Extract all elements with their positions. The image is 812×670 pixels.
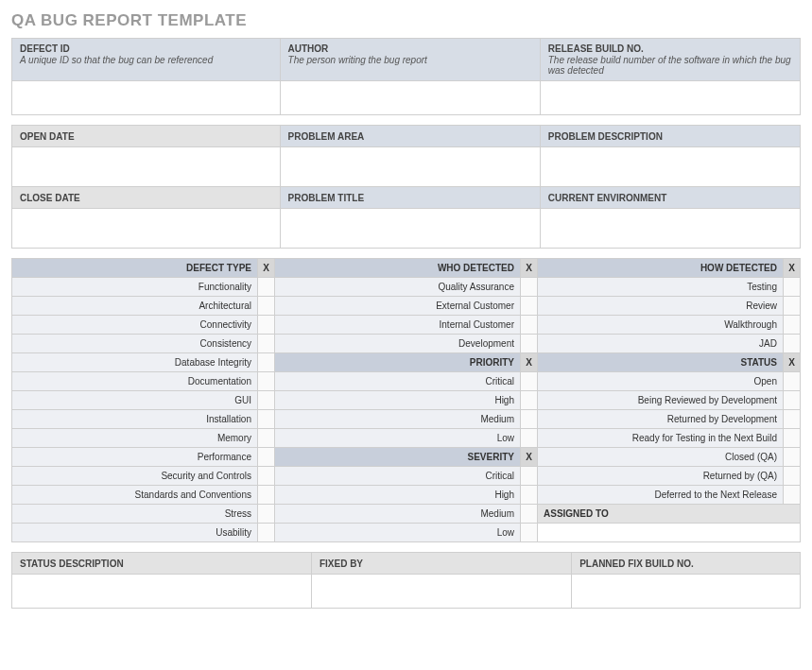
release-input[interactable]: [540, 81, 800, 115]
severity-check[interactable]: [521, 486, 538, 505]
x-header: X: [258, 259, 275, 278]
status-item: Open: [538, 372, 784, 391]
who-item: Internal Customer: [275, 316, 521, 335]
status-check[interactable]: [784, 410, 801, 429]
planned-fix-input[interactable]: [572, 575, 801, 609]
problem-title-input[interactable]: [280, 209, 540, 249]
severity-check[interactable]: [521, 524, 538, 542]
how-check[interactable]: [784, 278, 801, 297]
defect-type-item: Consistency: [12, 335, 258, 353]
x-header: X: [784, 259, 801, 278]
close-date-input[interactable]: [12, 209, 281, 249]
defect-type-item: Documentation: [12, 372, 258, 391]
defect-type-check[interactable]: [258, 316, 275, 335]
fixed-by-label: FIXED BY: [320, 558, 363, 569]
category-table: DEFECT TYPE X WHO DETECTED X HOW DETECTE…: [11, 258, 801, 542]
status-item: Deferred to the Next Release: [538, 486, 784, 505]
how-item: Review: [538, 297, 784, 316]
author-sub: The person writing the bug report: [288, 55, 532, 65]
who-item: External Customer: [275, 297, 521, 316]
status-desc-label: STATUS DESCRIPTION: [20, 558, 124, 569]
problem-desc-input[interactable]: [540, 147, 800, 187]
status-check[interactable]: [784, 429, 801, 448]
problem-area-input[interactable]: [280, 147, 540, 187]
defect-type-item: Memory: [12, 429, 258, 448]
status-check[interactable]: [784, 467, 801, 486]
status-check[interactable]: [784, 486, 801, 505]
open-date-input[interactable]: [12, 147, 281, 187]
status-check[interactable]: [784, 372, 801, 391]
planned-fix-label: PLANNED FIX BUILD NO.: [579, 558, 694, 569]
defect-type-check[interactable]: [258, 486, 275, 505]
bottom-table: STATUS DESCRIPTION FIXED BY PLANNED FIX …: [11, 552, 801, 609]
severity-item: Medium: [275, 505, 521, 524]
defect-type-check[interactable]: [258, 297, 275, 316]
status-item: Being Reviewed by Development: [538, 391, 784, 410]
defect-type-check[interactable]: [258, 410, 275, 429]
defect-type-check[interactable]: [258, 278, 275, 297]
defect-id-input[interactable]: [12, 81, 281, 115]
defect-type-check[interactable]: [258, 353, 275, 372]
how-check[interactable]: [784, 316, 801, 335]
who-detected-header: WHO DETECTED: [275, 259, 521, 278]
x-header: X: [784, 353, 801, 372]
severity-check[interactable]: [521, 467, 538, 486]
priority-header: PRIORITY: [275, 353, 521, 372]
defect-type-check[interactable]: [258, 524, 275, 542]
who-check[interactable]: [521, 278, 538, 297]
defect-type-check[interactable]: [258, 335, 275, 353]
priority-check[interactable]: [521, 429, 538, 448]
assigned-to-input[interactable]: [538, 524, 801, 542]
priority-item: Low: [275, 429, 521, 448]
how-item: Walkthrough: [538, 316, 784, 335]
defect-type-item: Stress: [12, 505, 258, 524]
who-check[interactable]: [521, 297, 538, 316]
priority-check[interactable]: [521, 391, 538, 410]
who-check[interactable]: [521, 335, 538, 353]
priority-check[interactable]: [521, 410, 538, 429]
defect-id-sub: A unique ID so that the bug can be refer…: [20, 55, 272, 65]
severity-item: Low: [275, 524, 521, 542]
defect-type-check[interactable]: [258, 467, 275, 486]
defect-type-check[interactable]: [258, 505, 275, 524]
status-item: Returned by Development: [538, 410, 784, 429]
severity-header: SEVERITY: [275, 448, 521, 467]
mid-table: OPEN DATE PROBLEM AREA PROBLEM DESCRIPTI…: [11, 125, 801, 249]
fixed-by-input[interactable]: [311, 575, 571, 609]
severity-check[interactable]: [521, 505, 538, 524]
assigned-to-header: ASSIGNED TO: [538, 505, 801, 524]
who-item: Development: [275, 335, 521, 353]
who-check[interactable]: [521, 316, 538, 335]
defect-type-check[interactable]: [258, 429, 275, 448]
author-input[interactable]: [280, 81, 540, 115]
priority-item: Medium: [275, 410, 521, 429]
how-item: JAD: [538, 335, 784, 353]
defect-type-item: Architectural: [12, 297, 258, 316]
current-env-input[interactable]: [540, 209, 800, 249]
how-check[interactable]: [784, 297, 801, 316]
priority-item: Critical: [275, 372, 521, 391]
severity-item: High: [275, 486, 521, 505]
status-item: Closed (QA): [538, 448, 784, 467]
priority-check[interactable]: [521, 372, 538, 391]
priority-item: High: [275, 391, 521, 410]
defect-type-item: Security and Controls: [12, 467, 258, 486]
status-item: Ready for Testing in the Next Build: [538, 429, 784, 448]
status-desc-input[interactable]: [12, 575, 312, 609]
open-date-label: OPEN DATE: [20, 131, 75, 142]
how-check[interactable]: [784, 335, 801, 353]
who-item: Quality Assurance: [275, 278, 521, 297]
defect-type-item: Standards and Conventions: [12, 486, 258, 505]
x-header: X: [521, 353, 538, 372]
problem-area-label: PROBLEM AREA: [288, 131, 365, 142]
close-date-label: CLOSE DATE: [20, 193, 80, 203]
how-item: Testing: [538, 278, 784, 297]
defect-type-check[interactable]: [258, 448, 275, 467]
status-check[interactable]: [784, 391, 801, 410]
header-table: DEFECT IDA unique ID so that the bug can…: [11, 38, 801, 115]
defect-type-item: Usability: [12, 524, 258, 542]
page-title: QA BUG REPORT TEMPLATE: [11, 11, 801, 30]
status-check[interactable]: [784, 448, 801, 467]
defect-type-check[interactable]: [258, 372, 275, 391]
defect-type-check[interactable]: [258, 391, 275, 410]
